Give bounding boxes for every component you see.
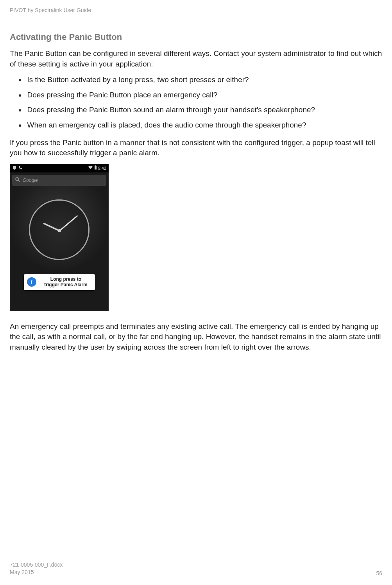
toast-line-1: Long press to xyxy=(50,276,81,282)
svg-point-2 xyxy=(16,178,19,181)
shield-icon xyxy=(12,165,17,171)
footer-doc-id: 721-0005-000_F.docx xyxy=(10,561,63,569)
list-item: ● Is the Button activated by a long pres… xyxy=(10,75,382,85)
bullet-icon: ● xyxy=(18,107,21,113)
toast-message: Long press to trigger Panic Alarm xyxy=(40,276,92,288)
clock-center xyxy=(58,229,61,232)
toast-popup: i Long press to trigger Panic Alarm xyxy=(24,274,95,290)
svg-rect-1 xyxy=(95,165,96,166)
clock-widget xyxy=(10,186,109,274)
wifi-icon xyxy=(88,165,93,170)
svg-line-3 xyxy=(18,180,20,182)
bullet-text: Does pressing the Panic Button place an … xyxy=(27,90,217,100)
status-time: 9:42 xyxy=(98,166,106,170)
status-bar: 9:42 xyxy=(10,164,109,172)
bullet-icon: ● xyxy=(18,77,21,83)
page-number: 56 xyxy=(376,570,382,576)
search-placeholder: Google xyxy=(23,178,38,183)
status-right: 9:42 xyxy=(88,165,106,170)
phone-icon xyxy=(18,165,23,170)
bullet-text: Is the Button activated by a long press,… xyxy=(27,75,249,85)
search-bar[interactable]: Google xyxy=(12,175,106,186)
search-icon xyxy=(15,177,20,183)
document-header: PIVOT by Spectralink User Guide xyxy=(10,7,382,13)
status-left xyxy=(12,165,23,171)
info-icon: i xyxy=(27,277,36,287)
svg-rect-0 xyxy=(95,166,97,170)
paragraph-2: If you press the Panic button in a manne… xyxy=(10,138,382,158)
page-footer: 721-0005-000_F.docx May 2015 56 xyxy=(10,561,382,576)
list-item: ● Does pressing the Panic Button sound a… xyxy=(10,105,382,115)
toast-line-2: trigger Panic Alarm xyxy=(44,282,87,287)
footer-date: May 2015 xyxy=(10,569,63,576)
bullet-text: Does pressing the Panic Button sound an … xyxy=(27,105,315,115)
section-title: Activating the Panic Button xyxy=(10,32,382,42)
list-item: ● Does pressing the Panic Button place a… xyxy=(10,90,382,100)
paragraph-3: An emergency call preempts and terminate… xyxy=(10,321,382,353)
list-item: ● When an emergency call is placed, does… xyxy=(10,120,382,131)
clock-face xyxy=(29,199,89,260)
battery-icon xyxy=(94,165,97,170)
footer-left: 721-0005-000_F.docx May 2015 xyxy=(10,561,63,576)
clock-hour-hand xyxy=(43,223,59,231)
clock-minute-hand xyxy=(59,215,78,231)
phone-screenshot: 9:42 Google i Long press to trigger Pani… xyxy=(10,164,109,311)
bullet-icon: ● xyxy=(18,122,21,128)
bullet-icon: ● xyxy=(18,92,21,98)
intro-paragraph: The Panic Button can be configured in se… xyxy=(10,48,382,69)
bullet-text: When an emergency call is placed, does t… xyxy=(27,120,306,131)
bullet-list: ● Is the Button activated by a long pres… xyxy=(10,75,382,130)
